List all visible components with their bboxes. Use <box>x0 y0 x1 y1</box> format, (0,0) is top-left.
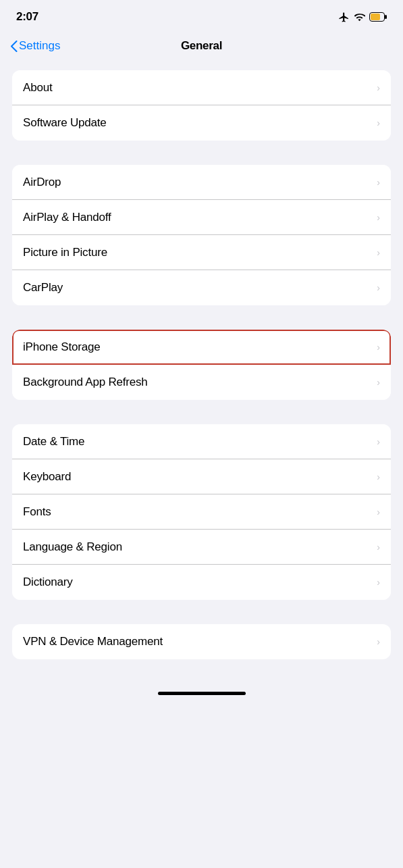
airplay-handoff-item[interactable]: AirPlay & Handoff › <box>12 200 391 235</box>
status-bar: 2:07 <box>0 0 403 30</box>
software-update-item[interactable]: Software Update › <box>12 105 391 141</box>
language-region-chevron: › <box>377 542 380 553</box>
fonts-label: Fonts <box>23 505 51 519</box>
storage-settings-group: iPhone Storage › Background App Refresh … <box>12 330 391 400</box>
settings-group-1: About › Software Update › <box>12 70 391 141</box>
picture-in-picture-item[interactable]: Picture in Picture › <box>12 235 391 270</box>
date-time-label: Date & Time <box>23 435 84 449</box>
vpn-device-management-item[interactable]: VPN & Device Management › <box>12 624 391 659</box>
section-group2: AirDrop › AirPlay & Handoff › Picture in… <box>12 165 391 305</box>
chevron-left-icon <box>11 41 18 52</box>
software-update-label: Software Update <box>23 116 107 130</box>
fonts-chevron: › <box>377 507 380 517</box>
keyboard-chevron: › <box>377 471 380 482</box>
section-group1: About › Software Update › <box>12 70 391 141</box>
background-app-refresh-item[interactable]: Background App Refresh › <box>12 365 391 400</box>
iphone-storage-chevron: › <box>377 342 380 353</box>
keyboard-label: Keyboard <box>23 470 71 484</box>
language-region-label: Language & Region <box>23 540 122 554</box>
picture-in-picture-label: Picture in Picture <box>23 246 107 259</box>
airdrop-chevron: › <box>377 177 380 188</box>
status-time: 2:07 <box>16 10 38 24</box>
dictionary-item[interactable]: Dictionary › <box>12 565 391 600</box>
vpn-device-management-chevron: › <box>377 636 380 647</box>
keyboard-item[interactable]: Keyboard › <box>12 459 391 494</box>
svg-rect-2 <box>371 14 380 20</box>
dictionary-label: Dictionary <box>23 576 73 589</box>
airdrop-label: AirDrop <box>23 176 61 189</box>
settings-group-5: VPN & Device Management › <box>12 624 391 659</box>
section-storage-group: iPhone Storage › Background App Refresh … <box>12 330 391 400</box>
background-app-refresh-chevron: › <box>377 377 380 388</box>
back-label: Settings <box>19 39 60 53</box>
airplay-handoff-label: AirPlay & Handoff <box>23 211 111 224</box>
date-time-item[interactable]: Date & Time › <box>12 424 391 459</box>
battery-icon <box>369 12 387 22</box>
date-time-chevron: › <box>377 436 380 447</box>
section-group4: Date & Time › Keyboard › Fonts › Languag… <box>12 424 391 600</box>
language-region-item[interactable]: Language & Region › <box>12 530 391 565</box>
background-app-refresh-label: Background App Refresh <box>23 376 148 389</box>
section-group5: VPN & Device Management › <box>12 624 391 659</box>
home-indicator <box>0 686 403 703</box>
back-button[interactable]: Settings <box>11 39 60 53</box>
about-chevron: › <box>377 82 380 93</box>
airplane-icon <box>338 11 350 23</box>
svg-rect-1 <box>385 15 387 19</box>
carplay-label: CarPlay <box>23 281 63 295</box>
about-label: About <box>23 81 52 95</box>
carplay-chevron: › <box>377 282 380 293</box>
settings-group-2: AirDrop › AirPlay & Handoff › Picture in… <box>12 165 391 305</box>
content: About › Software Update › AirDrop › AirP… <box>0 65 403 686</box>
nav-title: General <box>181 39 222 53</box>
about-item[interactable]: About › <box>12 70 391 105</box>
settings-group-4: Date & Time › Keyboard › Fonts › Languag… <box>12 424 391 600</box>
iphone-storage-item[interactable]: iPhone Storage › <box>12 330 391 365</box>
software-update-chevron: › <box>377 118 380 128</box>
fonts-item[interactable]: Fonts › <box>12 494 391 530</box>
nav-bar: Settings General <box>0 30 403 65</box>
airplay-handoff-chevron: › <box>377 212 380 223</box>
vpn-device-management-label: VPN & Device Management <box>23 635 163 648</box>
dictionary-chevron: › <box>377 577 380 588</box>
iphone-storage-label: iPhone Storage <box>23 340 100 354</box>
picture-in-picture-chevron: › <box>377 247 380 258</box>
wifi-icon <box>354 11 365 23</box>
airdrop-item[interactable]: AirDrop › <box>12 165 391 200</box>
carplay-item[interactable]: CarPlay › <box>12 270 391 305</box>
status-icons <box>338 11 387 23</box>
home-indicator-bar <box>158 692 246 695</box>
